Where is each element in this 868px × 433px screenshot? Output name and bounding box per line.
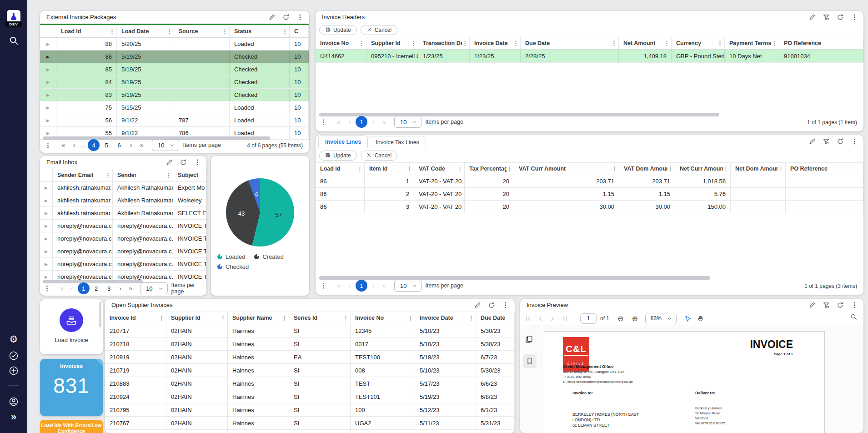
legend-item-checked[interactable]: Checked (217, 263, 249, 270)
table-row[interactable]: 21091902HAINHainnesEATEST1005/18/236/7/2… (105, 351, 515, 364)
expand-row-icon[interactable]: ▶ (40, 101, 56, 114)
page-button-4[interactable]: 4 (88, 139, 100, 151)
column-header-invoice-date[interactable]: Invoice Date (470, 37, 521, 49)
refresh-icon[interactable] (837, 138, 844, 145)
column-menu-icon[interactable] (281, 315, 287, 321)
previous-page-button[interactable]: ‹ (344, 280, 355, 291)
cancel-button[interactable]: Cancel (361, 25, 397, 35)
refresh-icon[interactable] (282, 14, 290, 21)
previous-page-button[interactable]: ‹ (69, 140, 80, 151)
pager-menu-icon[interactable] (45, 142, 51, 149)
column-menu-icon[interactable] (343, 315, 349, 321)
page-size-select[interactable]: 10 (394, 116, 421, 128)
table-row[interactable]: ▶akhilesh.ratnakumar...Akhilesh Ratnakum… (40, 194, 206, 207)
table-row[interactable]: IJ414662095210 - Icemell Goo...1/23/251/… (316, 50, 863, 63)
column-menu-icon[interactable] (664, 40, 670, 46)
hand-tool-icon[interactable] (697, 315, 704, 322)
table-row[interactable]: 862VAT-20 - VAT 20201.151.155.76 (316, 188, 863, 201)
column-header-payment-terms[interactable]: Payment Terms (725, 37, 779, 49)
column-menu-icon[interactable] (282, 29, 288, 35)
table-row[interactable]: ▶865/19/25Checked10 (40, 50, 309, 63)
page-button-3[interactable]: 3 (103, 282, 115, 294)
column-menu-icon[interactable] (222, 29, 228, 35)
column-menu-icon[interactable] (406, 166, 412, 172)
kebab-icon[interactable] (851, 302, 858, 309)
column-menu-icon[interactable] (407, 315, 413, 321)
zoom-out-icon[interactable]: ⊖ (617, 314, 623, 323)
expand-row-icon[interactable]: ▶ (40, 258, 53, 270)
column-menu-icon[interactable] (357, 166, 363, 172)
column-menu-icon[interactable] (462, 40, 468, 46)
page-button-1[interactable]: 1 (356, 116, 367, 128)
first-page-button[interactable]: « (333, 116, 344, 127)
column-header-sender-email[interactable]: Sender Email (53, 169, 113, 181)
column-header-net-curr-amount[interactable]: Net Curr Amount (675, 163, 731, 175)
column-header-series-id[interactable]: Series Id (289, 312, 351, 324)
pencil-icon[interactable] (474, 302, 481, 309)
kebab-icon[interactable] (851, 138, 858, 145)
column-menu-icon[interactable] (105, 172, 111, 178)
column-header-invoice-id[interactable]: Invoice Id (105, 312, 166, 324)
table-row[interactable]: ▶885/20/25Loaded10 (40, 38, 309, 50)
vertical-scrollbar[interactable] (99, 302, 101, 327)
refresh-icon[interactable] (488, 302, 495, 309)
refresh-icon[interactable] (180, 159, 187, 166)
column-menu-icon[interactable] (723, 166, 729, 172)
column-menu-icon[interactable] (166, 172, 171, 178)
settings-gear-icon[interactable]: ⚙ (8, 333, 19, 344)
column-header-currency[interactable]: Currency (672, 37, 725, 49)
select-tool-icon[interactable] (684, 315, 691, 322)
expand-row-icon[interactable]: ▶ (40, 181, 53, 194)
table-row[interactable]: 21071702HAINHainnesSI123455/10/235/30/23 (105, 324, 515, 337)
first-page-button[interactable]: « (57, 283, 67, 294)
last-page-icon[interactable] (562, 315, 568, 322)
table-row[interactable]: 21088302HAINHainnesSITEST5/17/236/6/23 (105, 377, 515, 390)
search-icon[interactable] (8, 35, 19, 46)
page-button-1[interactable]: 1 (356, 280, 367, 292)
previous-page-icon[interactable] (537, 315, 544, 322)
expand-row-icon[interactable]: ▶ (40, 38, 56, 50)
column-menu-icon[interactable] (166, 29, 172, 35)
plus-circle-icon[interactable] (8, 365, 19, 376)
column-menu-icon[interactable] (772, 40, 778, 46)
column-menu-icon[interactable] (359, 40, 365, 46)
table-row[interactable]: ▶noreply@novacura.c...noreply@novacura.c… (40, 232, 206, 245)
table-row[interactable]: 861VAT-20 - VAT 2020203.71203.711,018.56 (316, 175, 863, 188)
column-menu-icon[interactable] (507, 166, 512, 172)
expand-row-icon[interactable]: ▶ (40, 232, 53, 245)
filter-icon[interactable] (823, 302, 830, 309)
column-header-transaction-date[interactable]: Transaction Date (418, 37, 470, 49)
pager-menu-icon[interactable] (320, 119, 327, 126)
pencil-icon[interactable] (808, 138, 816, 145)
column-header-item-id[interactable]: Item Id (365, 163, 414, 175)
column-header-net-amount[interactable]: Net Amount (619, 37, 672, 49)
check-circle-icon[interactable] (8, 350, 19, 361)
pencil-icon[interactable] (808, 302, 816, 309)
page-button-2[interactable]: 2 (90, 282, 102, 294)
pie-chart[interactable]: 57436 (226, 178, 294, 247)
table-row[interactable]: 21092402HAINHainnesSITEST1015/19/236/8/2… (105, 390, 515, 403)
table-row[interactable]: 21076702HAINHainnesSIUGA25/11/235/31/23 (105, 417, 515, 430)
load-invoice-card[interactable]: Load Invoice (40, 299, 103, 354)
last-page-button[interactable]: » (136, 140, 147, 151)
expand-row-icon[interactable]: ▶ (40, 76, 56, 88)
column-menu-icon[interactable] (468, 315, 474, 321)
table-row[interactable]: ▶755/15/25Loaded10 (40, 101, 309, 114)
save-icon[interactable] (325, 152, 331, 158)
table-row[interactable]: ▶noreply@novacura.c...noreply@novacura.c… (40, 245, 206, 258)
last-page-button[interactable]: » (379, 116, 390, 127)
table-row[interactable]: ▶akhilesh.ratnakumar...Akhilesh Ratnakum… (40, 207, 206, 220)
expand-sidebar-icon[interactable]: » (8, 412, 19, 423)
page-number-input[interactable]: 1 (580, 313, 597, 324)
table-row[interactable]: 863VAT-20 - VAT 202030.0030.00150.00 (316, 201, 863, 213)
pencil-icon[interactable] (166, 159, 173, 166)
first-page-button[interactable]: « (333, 280, 344, 291)
page-button-6[interactable]: 6 (113, 139, 125, 151)
column-menu-icon[interactable] (778, 166, 784, 172)
column-menu-icon[interactable] (612, 166, 617, 172)
legend-item-loaded[interactable]: Loaded (217, 253, 245, 260)
update-button[interactable]: Update (319, 151, 357, 161)
table-row[interactable]: ▶855/19/25Checked10 (40, 63, 309, 76)
next-page-button[interactable]: › (115, 283, 125, 294)
table-row[interactable]: ▶noreply@novacura.c...noreply@novacura.c… (40, 258, 206, 271)
